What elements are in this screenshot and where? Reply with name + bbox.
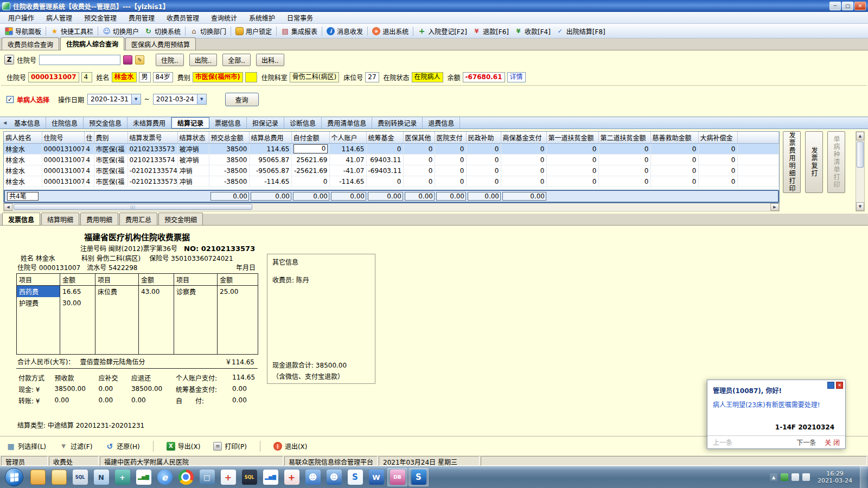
bottom-exit[interactable]: 退出(X) <box>273 441 308 451</box>
invoice-tab-1[interactable]: 发票信息 <box>2 213 40 225</box>
notification-next-link[interactable]: 下一条 <box>796 438 816 447</box>
scrollbar-thumb[interactable] <box>857 142 864 168</box>
grid-row-3[interactable]: 林金水00001310074市医保(福-02102133574冲销-38500-… <box>4 165 779 176</box>
notification-message[interactable]: 病人王明望(23床)有新医嘱需要处理! <box>713 400 840 409</box>
taskbar-icon-yilian-blue[interactable]: S <box>409 468 429 486</box>
column-header-9[interactable]: 自付金额 <box>291 132 329 144</box>
taskbar-icon-stats-app[interactable]: ▂▅▇ <box>260 468 280 486</box>
toolbar-button-collect[interactable]: 收款[F4] <box>512 25 553 37</box>
tray-network-icon[interactable] <box>802 473 810 481</box>
search-filter-button-2[interactable]: 出院.. <box>189 54 218 66</box>
invoice-tab-5[interactable]: 预交金明细 <box>158 213 203 225</box>
menu-item-1[interactable]: 用户操作 <box>2 11 40 24</box>
column-header-8[interactable]: 结算总费用 <box>249 132 291 144</box>
detail-tab-10[interactable]: 费别转换记录 <box>372 117 423 129</box>
main-tab-1[interactable]: 收费员综合查询 <box>2 37 59 50</box>
column-header-16[interactable]: 第一道扶贫金额 <box>546 132 598 144</box>
side-button-1[interactable]: 发票费用明细打印 <box>783 131 801 193</box>
taskbar-icon-explorer[interactable] <box>28 468 48 486</box>
invoice-tab-4[interactable]: 费用汇总 <box>119 213 157 225</box>
taskbar-icon-notepad[interactable]: N <box>91 468 111 486</box>
taskbar-clock[interactable]: 16:29 2021-03-24 <box>818 470 852 484</box>
menu-item-6[interactable]: 查询统计 <box>205 11 243 24</box>
toolbar-button-report[interactable]: 集成报表 <box>278 25 320 37</box>
detail-tab-4[interactable]: 未结算费用 <box>127 117 171 129</box>
edit-icon[interactable] <box>135 55 144 65</box>
detail-button[interactable]: 详情 <box>507 72 526 82</box>
column-header-3[interactable]: 住 <box>84 132 94 144</box>
single-patient-checkbox[interactable] <box>7 96 14 103</box>
dropdown-arrow-icon[interactable] <box>131 94 141 104</box>
search-filter-button-3[interactable]: 全部.. <box>222 54 251 66</box>
menu-item-5[interactable]: 收费员管理 <box>161 11 205 24</box>
toolbar-button-switch-user[interactable]: 切换用户 <box>100 25 142 37</box>
horizontal-scrollbar[interactable]: ||| <box>3 203 780 211</box>
close-button[interactable] <box>854 2 866 10</box>
detail-tab-1[interactable]: 基本信息 <box>9 117 46 129</box>
column-header-11[interactable]: 统筹基金 <box>366 132 403 144</box>
grid-row-4[interactable]: 林金水00001310074市医保(福-02102133573冲销-38500-… <box>4 176 779 187</box>
taskbar-icon-database-app[interactable]: DB <box>387 468 407 486</box>
bottom-export[interactable]: 导出(X) <box>167 441 201 451</box>
menu-item-4[interactable]: 费用管理 <box>123 11 161 24</box>
column-header-19[interactable]: 大病补偿金 <box>698 132 737 144</box>
column-header-6[interactable]: 结算状态 <box>177 132 209 144</box>
bottom-filter[interactable]: 过滤(F) <box>59 441 92 451</box>
taskbar-icon-chrome[interactable] <box>176 468 196 486</box>
detail-tab-9[interactable]: 费用清单信息 <box>322 117 372 129</box>
tray-hidden-icons-icon[interactable]: ▲ <box>770 473 777 481</box>
toolbar-button-exit-system[interactable]: 退出系统 <box>369 25 411 37</box>
date-from-picker[interactable]: 2020-12-31 <box>87 94 141 105</box>
column-header-18[interactable]: 慈善救助金额 <box>650 132 698 144</box>
taskbar-icon-chart-app[interactable]: ▂▅▇ <box>133 468 154 486</box>
column-header-4[interactable]: 费别 <box>94 132 127 144</box>
start-button[interactable] <box>5 468 23 486</box>
bottom-restore[interactable]: 还原(H) <box>105 441 139 451</box>
taskbar-icon-ie-browser[interactable]: e <box>155 468 175 486</box>
taskbar-icon-nurse-app[interactable]: + <box>218 468 238 486</box>
search-filter-button-4[interactable]: 出科.. <box>256 54 284 66</box>
column-header-10[interactable]: 个人账户 <box>329 132 366 144</box>
show-desktop-button[interactable] <box>860 466 867 488</box>
taskbar-icon-sql-query[interactable]: SQL <box>239 468 259 486</box>
scroll-up-icon[interactable] <box>856 132 864 140</box>
toolbar-button-nav-panel[interactable]: 导航面板 <box>2 25 44 37</box>
detail-tab-2[interactable]: 住院信息 <box>46 117 84 129</box>
detail-tab-11[interactable]: 退费信息 <box>423 117 460 129</box>
menu-item-3[interactable]: 预交金管理 <box>78 11 123 24</box>
taskbar-icon-remote-desktop[interactable]: □ <box>197 468 217 486</box>
toolbar-button-admit[interactable]: 入院登记[F2] <box>415 25 470 37</box>
column-header-17[interactable]: 第二道扶贫金额 <box>598 132 650 144</box>
notification-close-link[interactable]: 关 闭 <box>825 438 840 447</box>
scroll-left-icon[interactable] <box>4 203 12 211</box>
bottom-print[interactable]: 打印(P) <box>213 441 247 451</box>
card-reader-icon[interactable] <box>123 55 132 65</box>
column-header-5[interactable]: 结算发票号 <box>127 132 177 144</box>
notification-close-icon[interactable] <box>836 382 843 389</box>
side-button-2[interactable]: 发票复打 <box>805 131 823 193</box>
taskbar-icon-folder[interactable] <box>49 468 69 486</box>
scroll-down-icon[interactable] <box>856 202 864 211</box>
toolbar-button-switch-system[interactable]: 切换系统 <box>142 25 183 37</box>
admission-no-input[interactable] <box>39 55 120 65</box>
column-header-14[interactable]: 民政补助 <box>466 132 501 144</box>
cell-editor[interactable]: 0 <box>293 144 328 153</box>
toolbar-button-user-lock[interactable]: 用户锁定 <box>233 25 275 37</box>
invoice-tab-2[interactable]: 结算明细 <box>41 213 79 225</box>
toolbar-button-quick-toolbar[interactable]: 快捷工具栏 <box>48 25 96 37</box>
bottom-column-select[interactable]: 列选择(L) <box>7 441 46 451</box>
scrollbar-thumb[interactable]: ||| <box>14 204 252 210</box>
column-header-7[interactable]: 预交总金额 <box>209 132 249 144</box>
query-button[interactable]: 查询 <box>225 93 259 106</box>
main-tab-3[interactable]: 医保病人费用预结算 <box>125 37 196 50</box>
vertical-scrollbar[interactable] <box>856 131 865 211</box>
maximize-button[interactable] <box>842 2 853 10</box>
detail-tab-6[interactable]: 票据信息 <box>209 117 247 129</box>
main-tab-2[interactable]: 住院病人综合查询 <box>60 37 124 50</box>
column-header-2[interactable]: 住院号 <box>42 132 84 144</box>
column-header-13[interactable]: 医院支付 <box>435 132 466 144</box>
dropdown-arrow-icon[interactable] <box>197 94 206 104</box>
toolbar-button-refund[interactable]: 退款[F6] <box>470 25 512 37</box>
search-filter-button-1[interactable]: 住院.. <box>156 54 184 66</box>
taskbar-icon-hr-app[interactable]: ☻ <box>303 468 323 486</box>
